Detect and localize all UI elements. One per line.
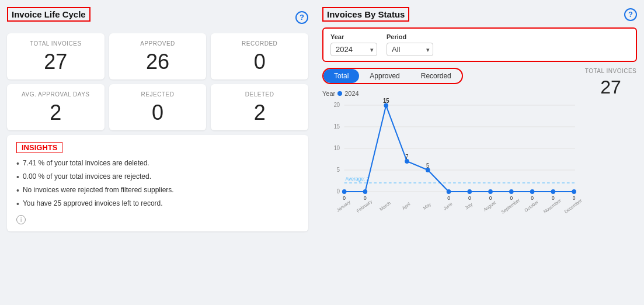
left-panel-title: Invoice Life Cycle <box>7 7 90 22</box>
right-help-icon[interactable]: ? <box>624 8 637 21</box>
svg-point-23 <box>572 189 576 194</box>
period-filter-group: Period All Q1 Q2 Q3 Q4 <box>387 33 433 56</box>
chart-total-invoices-value: 27 <box>600 77 621 98</box>
insight-text-2: No invoices were rejected from filtered … <box>23 186 174 194</box>
insight-bullet-3: • <box>16 200 19 208</box>
toggle-recorded-button[interactable]: Recorded <box>410 69 462 83</box>
filter-box: Year 2024 2023 2022 Period All Q1 Q2 <box>322 27 637 62</box>
stat-deleted-value: 2 <box>217 102 302 123</box>
svg-text:5: 5 <box>337 167 340 173</box>
stats-row1: TOTAL INVOICES 27 APPROVED 26 RECORDED 0 <box>7 33 308 79</box>
chart-side: TOTAL INVOICES 27 <box>584 68 637 98</box>
toggle-approved-button[interactable]: Approved <box>359 69 410 83</box>
svg-text:0: 0 <box>510 195 513 201</box>
svg-text:0: 0 <box>489 195 492 201</box>
svg-text:July: July <box>464 202 474 211</box>
stat-recorded-value: 0 <box>217 51 302 72</box>
right-panel-title: Invoices By Status <box>322 7 409 22</box>
svg-text:10: 10 <box>334 145 340 151</box>
svg-point-18 <box>468 189 472 194</box>
svg-text:May: May <box>422 202 432 211</box>
chart-main: Year 2024 20 15 10 <box>322 90 575 218</box>
insight-bullet-2: • <box>16 186 19 195</box>
svg-text:June: June <box>443 201 453 212</box>
stat-total-invoices: TOTAL INVOICES 27 <box>7 33 105 79</box>
svg-point-21 <box>530 189 535 194</box>
year-filter-group: Year 2024 2023 2022 <box>330 33 377 56</box>
svg-text:March: March <box>379 200 392 212</box>
period-select[interactable]: All Q1 Q2 Q3 Q4 <box>387 43 433 56</box>
stat-total-invoices-label: TOTAL INVOICES <box>13 40 99 47</box>
toggle-total-button[interactable]: Total <box>323 69 359 83</box>
right-panel: Invoices By Status ? Year 2024 2023 2022… <box>315 0 644 305</box>
chart-total-invoices-label: TOTAL INVOICES <box>585 68 637 74</box>
svg-text:0: 0 <box>468 195 471 201</box>
svg-text:15: 15 <box>383 98 389 104</box>
stat-rejected-label: REJECTED <box>115 91 201 98</box>
stats-row2: AVG. APPROVAL DAYS 2 REJECTED 0 DELETED … <box>7 84 308 130</box>
insights-info-icon[interactable]: i <box>16 215 26 224</box>
svg-point-12 <box>342 189 347 194</box>
svg-point-22 <box>551 189 556 194</box>
year-legend-value: 2024 <box>344 90 358 97</box>
insight-text-0: 7.41 % of your total invoices are delete… <box>23 159 149 167</box>
insight-bullet-1: • <box>16 173 19 181</box>
insight-item-0: •7.41 % of your total invoices are delet… <box>16 159 299 168</box>
insight-text-3: You have 25 approved invoices left to re… <box>23 199 163 207</box>
stat-avg-approval: AVG. APPROVAL DAYS 2 <box>7 84 105 130</box>
stat-avg-approval-label: AVG. APPROVAL DAYS <box>13 91 99 98</box>
right-header: Invoices By Status ? <box>322 7 637 22</box>
insights-title: INSIGHTS <box>16 142 62 153</box>
line-chart: 20 15 10 5 0 Average: 2 <box>322 99 575 216</box>
svg-point-13 <box>363 189 368 194</box>
svg-text:January: January <box>336 199 351 213</box>
stat-approved: APPROVED 26 <box>109 33 207 79</box>
svg-text:0: 0 <box>552 195 555 201</box>
svg-text:0: 0 <box>364 195 367 201</box>
insights-list: •7.41 % of your total invoices are delet… <box>16 159 299 208</box>
stat-recorded: RECORDED 0 <box>211 33 308 79</box>
insights-section: INSIGHTS •7.41 % of your total invoices … <box>7 135 308 231</box>
svg-text:5: 5 <box>426 162 429 169</box>
year-legend-label: Year <box>322 90 335 97</box>
svg-point-17 <box>447 189 451 194</box>
year-select[interactable]: 2024 2023 2022 <box>330 43 377 56</box>
svg-text:October: October <box>524 199 539 213</box>
svg-text:0: 0 <box>531 195 534 201</box>
left-panel: Invoice Life Cycle ? TOTAL INVOICES 27 A… <box>0 0 315 305</box>
svg-point-19 <box>488 189 493 194</box>
stat-total-invoices-value: 27 <box>13 51 99 72</box>
svg-text:0: 0 <box>447 195 450 201</box>
svg-text:0: 0 <box>337 188 340 195</box>
stat-approved-value: 26 <box>115 51 201 72</box>
insight-item-3: •You have 25 approved invoices left to r… <box>16 199 299 208</box>
legend-dot-2024 <box>337 91 342 96</box>
stat-avg-approval-value: 2 <box>13 102 99 123</box>
svg-point-20 <box>509 189 514 194</box>
svg-text:August: August <box>483 199 497 212</box>
year-filter-label: Year <box>330 33 377 40</box>
insight-bullet-0: • <box>16 160 19 168</box>
period-filter-label: Period <box>387 33 433 40</box>
stat-approved-label: APPROVED <box>115 40 201 47</box>
period-select-wrapper: All Q1 Q2 Q3 Q4 <box>387 43 433 56</box>
svg-text:Average: 2: Average: 2 <box>346 176 370 182</box>
svg-text:7: 7 <box>405 154 408 160</box>
svg-text:April: April <box>401 201 412 211</box>
toggle-bar: Total Approved Recorded <box>322 68 463 84</box>
insight-item-2: •No invoices were rejected from filtered… <box>16 186 299 195</box>
stat-deleted: DELETED 2 <box>211 84 308 130</box>
left-help-icon[interactable]: ? <box>295 11 308 24</box>
svg-text:15: 15 <box>334 123 340 130</box>
year-legend: Year 2024 <box>322 90 575 97</box>
insight-item-1: •0.00 % of your total invoices are rejec… <box>16 172 299 181</box>
svg-text:0: 0 <box>343 195 346 201</box>
stat-rejected-value: 0 <box>115 102 201 123</box>
insight-text-1: 0.00 % of your total invoices are reject… <box>23 172 151 181</box>
svg-text:0: 0 <box>573 195 576 201</box>
year-select-wrapper: 2024 2023 2022 <box>330 43 377 56</box>
stat-rejected: REJECTED 0 <box>109 84 207 130</box>
svg-text:20: 20 <box>334 102 340 108</box>
stat-recorded-label: RECORDED <box>217 40 302 47</box>
stat-deleted-label: DELETED <box>217 91 302 98</box>
